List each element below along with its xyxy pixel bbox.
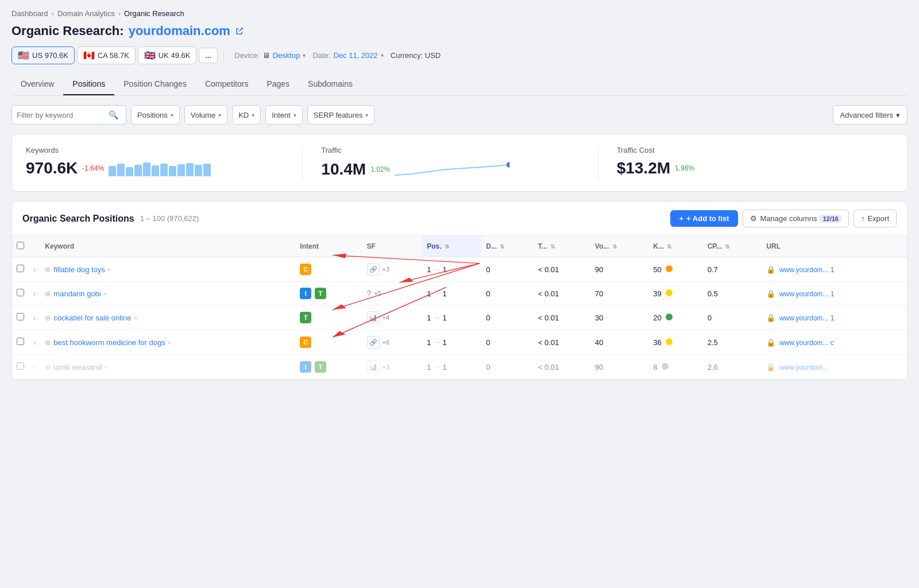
lock-icon: 🔒 (766, 314, 775, 322)
nav-tabs: Overview Positions Position Changes Comp… (11, 74, 908, 96)
intent-chevron-icon: ▾ (294, 112, 296, 118)
intent-cell: C (295, 330, 362, 355)
url-link[interactable]: www.yourdom... 1 (779, 290, 834, 298)
country-tab-uk[interactable]: 🇬🇧 UK 49.6K (138, 47, 197, 64)
select-all-checkbox[interactable] (17, 242, 24, 249)
country-tab-ca[interactable]: 🇨🇦 CA 58.7K (77, 47, 136, 64)
sf-chart-icon: 📊 (367, 361, 380, 373)
tab-positions[interactable]: Positions (63, 74, 114, 95)
breadcrumb: Dashboard › Domain Analytics › Organic R… (11, 9, 908, 18)
th-select-all[interactable] (12, 236, 29, 257)
keyword-link[interactable]: ⊕ fillable dog toys » (45, 265, 291, 274)
th-sf[interactable]: SF (362, 236, 423, 257)
kd-filter[interactable]: KD ▾ (232, 105, 261, 125)
intent-badge-i: I (300, 361, 311, 373)
country-tab-us[interactable]: 🇺🇸 US 970.6K (11, 47, 75, 64)
t-cell: < 0.01 (534, 355, 590, 380)
vol-cell: 40 (590, 330, 648, 355)
row-expand[interactable]: › (29, 355, 40, 380)
row-checkbox-cell[interactable] (12, 257, 29, 282)
more-countries-button[interactable]: ... (199, 48, 218, 63)
th-cp[interactable]: CP... ⇅ (703, 236, 762, 257)
tab-competitors[interactable]: Competitors (196, 74, 257, 95)
th-d[interactable]: D... ⇅ (481, 236, 534, 257)
serp-chevron-icon: ▾ (365, 112, 368, 118)
th-vol[interactable]: Vo... ⇅ (590, 236, 648, 257)
keyword-search-wrapper[interactable]: 🔍 (11, 105, 126, 125)
row-expand[interactable]: › (29, 282, 40, 305)
d-cell: 0 (481, 305, 534, 330)
sf-count: +3 (383, 363, 390, 370)
tab-overview[interactable]: Overview (11, 74, 63, 95)
url-link[interactable]: www.yourdom... 1 (779, 314, 834, 322)
keyword-link[interactable]: ⊕ cockatiel for sale online » (45, 314, 291, 322)
pos-cell: 1 → 1 (422, 257, 481, 282)
row-checkbox[interactable] (17, 265, 24, 272)
row-checkbox-cell[interactable] (12, 282, 29, 305)
lock-icon: 🔒 (766, 363, 775, 372)
sf-chart-icon: 📊 (367, 311, 380, 324)
positions-filter[interactable]: Positions ▾ (131, 105, 180, 125)
currency-display: Currency: USD (391, 51, 441, 60)
kd-cell: 36 (648, 330, 702, 355)
advanced-filters-button[interactable]: Advanced filters ▾ (833, 105, 908, 125)
pos-arrow-icon: → (433, 338, 440, 346)
kd-cell: 20 (648, 305, 702, 330)
table-row: › ⊕ cockatiel for sale online » T (12, 305, 907, 330)
intent-filter[interactable]: Intent ▾ (265, 105, 303, 125)
tab-subdomains[interactable]: Subdomains (299, 74, 362, 95)
serp-features-filter[interactable]: SERP features ▾ (307, 105, 375, 125)
tab-position-changes[interactable]: Position Changes (114, 74, 196, 95)
row-checkbox[interactable] (17, 313, 24, 320)
keyword-cell: ⊕ lamb weasand » (40, 355, 295, 380)
d-cell: 0 (481, 330, 534, 355)
url-link[interactable]: www.yourdom... c (779, 339, 834, 347)
table-row: › ⊕ mandarin gobi » I T (12, 282, 907, 305)
pos-arrow-icon: → (433, 314, 440, 322)
keyword-add-icon: ⊕ (45, 314, 51, 322)
search-icon: 🔍 (109, 110, 118, 119)
volume-filter[interactable]: Volume ▾ (184, 105, 227, 125)
breadcrumb-dashboard[interactable]: Dashboard (11, 9, 48, 18)
pos-from: 1 (427, 265, 431, 274)
add-to-list-button[interactable]: + + Add to list (670, 210, 739, 227)
sf-cell: 🔗 +3 (362, 257, 423, 282)
keywords-label: Keywords (26, 146, 284, 154)
kd-cell: 39 (648, 282, 702, 305)
url-link[interactable]: www.yourdom... (779, 363, 828, 372)
manage-columns-button[interactable]: ⚙ Manage columns 12/16 (743, 210, 849, 227)
th-kd[interactable]: K... ⇅ (648, 236, 702, 257)
keyword-add-icon: ⊕ (45, 338, 51, 347)
row-checkbox-cell[interactable] (12, 355, 29, 380)
row-checkbox-cell[interactable] (12, 305, 29, 330)
keyword-link[interactable]: ⊕ best hookworm medicine for dogs » (45, 338, 291, 347)
keyword-link[interactable]: ⊕ lamb weasand » (45, 363, 291, 372)
row-checkbox[interactable] (17, 338, 24, 345)
th-t[interactable]: T... ⇅ (534, 236, 590, 257)
breadcrumb-domain-analytics[interactable]: Domain Analytics (57, 9, 115, 18)
row-checkbox[interactable] (17, 289, 24, 296)
th-intent[interactable]: Intent (295, 236, 362, 257)
tab-pages[interactable]: Pages (257, 74, 299, 95)
row-expand[interactable]: › (29, 330, 40, 355)
export-button[interactable]: ↑ Export (854, 210, 897, 227)
external-link-icon[interactable] (235, 26, 244, 36)
th-pos[interactable]: Pos. ⇅ (422, 236, 481, 257)
search-input[interactable] (17, 111, 109, 119)
row-expand[interactable]: › (29, 257, 40, 282)
th-keyword[interactable]: Keyword (40, 236, 295, 257)
organic-positions-table: Organic Search Positions 1 – 100 (970,62… (11, 201, 908, 380)
keyword-link[interactable]: ⊕ mandarin gobi » (45, 289, 291, 298)
row-checkbox[interactable] (17, 362, 24, 370)
date-selector[interactable]: Date: Dec 11, 2022 ▾ (312, 51, 383, 60)
device-selector[interactable]: Device: 🖥 Desktop ▾ (234, 51, 306, 60)
lock-icon: 🔒 (766, 289, 775, 298)
keyword-related-icon: » (107, 266, 111, 273)
url-link[interactable]: www.yourdom... 1 (779, 266, 834, 274)
url-cell: 🔒 www.yourdom... 1 (762, 305, 907, 330)
traffic-cost-value: $13.2M (617, 159, 670, 177)
row-expand[interactable]: › (29, 305, 40, 330)
cp-cell: 0.5 (703, 282, 762, 305)
pos-cell: 1 → 1 (422, 282, 481, 305)
row-checkbox-cell[interactable] (12, 330, 29, 355)
